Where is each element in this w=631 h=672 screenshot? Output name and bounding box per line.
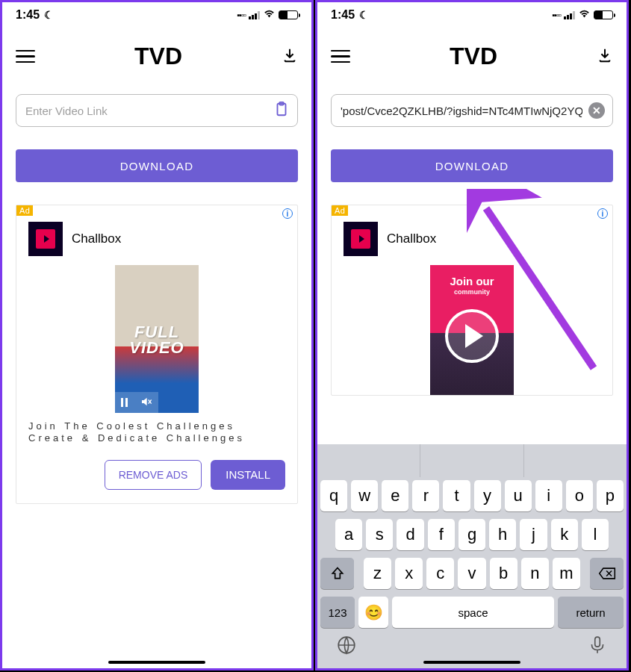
key-u[interactable]: u bbox=[505, 480, 532, 511]
key-r[interactable]: r bbox=[412, 480, 439, 511]
download-button[interactable]: DOWNLOAD bbox=[331, 149, 613, 182]
app-title: TVD bbox=[450, 43, 497, 70]
pause-icon[interactable] bbox=[121, 398, 128, 407]
ad-badge: Ad bbox=[16, 205, 33, 216]
status-time: 1:45 bbox=[16, 8, 40, 22]
key-a[interactable]: a bbox=[335, 519, 362, 550]
key-g[interactable]: g bbox=[459, 519, 485, 550]
ad-card: Ad i Challbox FULL VIDEO bbox=[16, 205, 298, 504]
key-q[interactable]: q bbox=[320, 480, 347, 511]
key-h[interactable]: h bbox=[489, 519, 516, 550]
key-k[interactable]: k bbox=[551, 519, 578, 550]
key-v[interactable]: v bbox=[458, 558, 485, 589]
ad-info-icon[interactable]: i bbox=[597, 208, 608, 219]
status-bar: 1:45 ☾ ▪▪▫▫ bbox=[317, 2, 627, 25]
url-input[interactable] bbox=[25, 105, 267, 117]
key-b[interactable]: b bbox=[490, 558, 517, 589]
home-indicator[interactable] bbox=[108, 661, 205, 665]
key-l[interactable]: l bbox=[582, 519, 609, 550]
key-c[interactable]: c bbox=[426, 558, 454, 589]
backspace-key[interactable] bbox=[590, 558, 624, 589]
downloads-icon[interactable] bbox=[282, 47, 298, 66]
key-y[interactable]: y bbox=[474, 480, 501, 511]
ad-thumb2-title: Join our bbox=[450, 276, 494, 288]
app-header: TVD bbox=[317, 25, 627, 78]
keyboard[interactable]: qwertyuiop asdfghjkl zxcvbnm 123 😊 space… bbox=[317, 444, 627, 668]
key-w[interactable]: w bbox=[351, 480, 378, 511]
shift-key[interactable] bbox=[320, 558, 354, 589]
return-key[interactable]: return bbox=[558, 597, 624, 628]
keyboard-row-1: qwertyuiop bbox=[320, 480, 624, 511]
space-key[interactable]: space bbox=[392, 597, 554, 628]
url-input-box[interactable] bbox=[16, 94, 298, 127]
phone-left: 1:45 ☾ ▪▪▫▫ TVD bbox=[0, 0, 314, 671]
svg-rect-4 bbox=[595, 637, 600, 647]
battery-icon bbox=[279, 10, 298, 19]
key-m[interactable]: m bbox=[553, 558, 580, 589]
keyboard-suggestions[interactable] bbox=[317, 444, 627, 477]
signal-bars-icon bbox=[564, 10, 575, 19]
keyboard-row-2: asdfghjkl bbox=[320, 519, 624, 550]
wifi-icon bbox=[578, 8, 591, 22]
wifi-icon bbox=[263, 8, 276, 22]
downloads-icon[interactable] bbox=[597, 47, 613, 66]
menu-icon[interactable] bbox=[331, 50, 350, 63]
ad-badge: Ad bbox=[332, 205, 348, 216]
ad-description: Join The Coolest Challenges Create & Ded… bbox=[16, 419, 297, 447]
keyboard-row-3: zxcvbnm bbox=[320, 558, 624, 589]
key-f[interactable]: f bbox=[428, 519, 455, 550]
key-p[interactable]: p bbox=[597, 480, 624, 511]
mic-icon[interactable] bbox=[588, 635, 607, 658]
ad-brand-logo bbox=[28, 222, 63, 256]
key-s[interactable]: s bbox=[366, 519, 393, 550]
phone-right: 1:45 ☾ ▪▪▫▫ TVD ✕ bbox=[315, 0, 629, 671]
ad-brand-name: Challbox bbox=[72, 231, 121, 246]
key-e[interactable]: e bbox=[382, 480, 408, 511]
numeric-key[interactable]: 123 bbox=[320, 597, 355, 628]
signal-bars-icon bbox=[249, 10, 260, 19]
emoji-key[interactable]: 😊 bbox=[358, 597, 388, 628]
key-i[interactable]: i bbox=[535, 480, 562, 511]
key-d[interactable]: d bbox=[397, 519, 423, 550]
download-button[interactable]: DOWNLOAD bbox=[16, 149, 298, 182]
ad-info-icon[interactable]: i bbox=[282, 208, 293, 219]
key-x[interactable]: x bbox=[395, 558, 423, 589]
app-header: TVD bbox=[2, 25, 311, 78]
clipboard-icon[interactable] bbox=[273, 101, 290, 120]
dnd-moon-icon: ☾ bbox=[44, 9, 54, 21]
globe-icon[interactable] bbox=[337, 635, 356, 658]
clear-input-icon[interactable]: ✕ bbox=[588, 102, 605, 119]
ad-video-thumbnail[interactable]: Join our community bbox=[430, 265, 514, 396]
battery-icon bbox=[594, 10, 613, 19]
cellular-icon: ▪▪▫▫ bbox=[552, 10, 561, 19]
url-input[interactable] bbox=[341, 105, 582, 117]
key-n[interactable]: n bbox=[521, 558, 549, 589]
ad-brand-logo bbox=[344, 222, 378, 256]
keyboard-row-bottom: 123 😊 space return bbox=[320, 597, 624, 628]
key-j[interactable]: j bbox=[520, 519, 547, 550]
install-button[interactable]: INSTALL bbox=[211, 460, 285, 490]
app-title: TVD bbox=[134, 43, 182, 70]
ad-brand-name: Challbox bbox=[387, 231, 436, 246]
mute-icon[interactable] bbox=[140, 396, 152, 410]
remove-ads-button[interactable]: REMOVE ADS bbox=[105, 460, 202, 490]
ad-video-controls[interactable] bbox=[115, 392, 158, 413]
ad-thumb-text-2: VIDEO bbox=[115, 340, 199, 356]
ad-card: Ad i Challbox Join our community bbox=[331, 205, 613, 396]
dnd-moon-icon: ☾ bbox=[359, 9, 369, 21]
ad-video-thumbnail[interactable]: FULL VIDEO bbox=[115, 265, 199, 413]
key-t[interactable]: t bbox=[443, 480, 470, 511]
home-indicator[interactable] bbox=[423, 661, 520, 665]
menu-icon[interactable] bbox=[16, 50, 35, 63]
url-input-box[interactable]: ✕ bbox=[331, 94, 613, 127]
play-overlay-icon[interactable] bbox=[445, 309, 499, 363]
status-bar: 1:45 ☾ ▪▪▫▫ bbox=[2, 2, 311, 25]
cellular-icon: ▪▪▫▫ bbox=[237, 10, 246, 19]
key-z[interactable]: z bbox=[364, 558, 391, 589]
ad-thumb2-sub: community bbox=[454, 288, 490, 296]
key-o[interactable]: o bbox=[566, 480, 593, 511]
status-time: 1:45 bbox=[331, 8, 355, 22]
